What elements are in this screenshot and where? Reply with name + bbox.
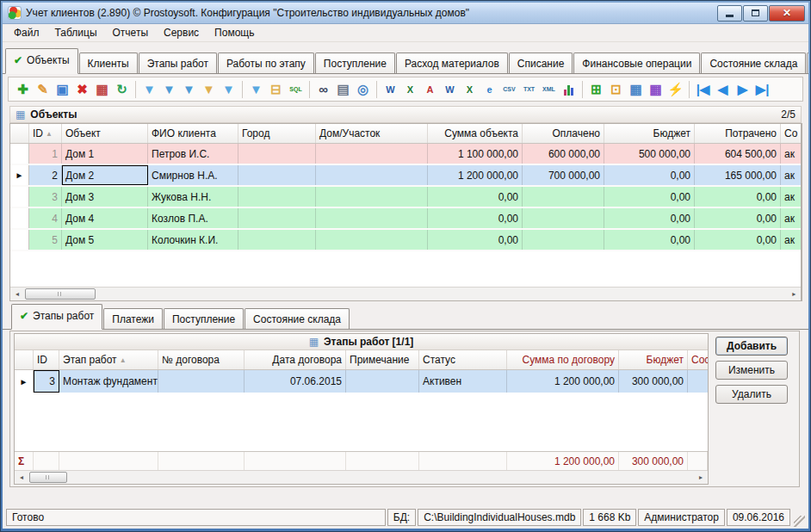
cell-city[interactable] — [238, 187, 316, 207]
row-selector[interactable] — [10, 230, 29, 250]
cell-note[interactable] — [346, 370, 419, 393]
tab-clients[interactable]: Клиенты — [79, 53, 138, 73]
cell-paid[interactable] — [523, 208, 604, 228]
subtab-warehouse-state[interactable]: Состояние склада — [245, 308, 350, 329]
export-pdf-icon[interactable]: A — [420, 80, 440, 99]
cell-amount[interactable]: 0,00 — [428, 187, 523, 207]
menu-reports[interactable]: Отчеты — [105, 25, 156, 40]
cell-city[interactable] — [238, 144, 316, 164]
cell-spent[interactable]: 0,00 — [695, 187, 781, 207]
scroll-left-icon[interactable]: ◂ — [10, 288, 24, 300]
cell-plot[interactable] — [316, 144, 428, 164]
copy-record-icon[interactable]: ▣ — [53, 80, 72, 99]
edit-button[interactable]: Изменить — [715, 361, 788, 380]
cell-object[interactable]: Дом 5 — [62, 230, 148, 250]
cell-state[interactable]: ак — [781, 230, 801, 250]
row-selector[interactable]: ► — [15, 370, 34, 393]
table-row[interactable]: 5 Дом 5 Колочкин К.И. 0,00 0,00 0,00 ак — [10, 230, 801, 251]
resize-grip[interactable] — [794, 516, 805, 527]
col-status[interactable]: Статус — [419, 350, 507, 369]
col-contract-amount[interactable]: Сумма по договору — [507, 350, 619, 369]
cell-object-focused[interactable]: Дом 2 — [62, 165, 148, 185]
tree-filter-icon[interactable]: ⊟ — [266, 80, 286, 99]
filter-view-icon[interactable]: ▼ — [246, 80, 266, 99]
scroll-left-icon[interactable]: ◂ — [15, 471, 28, 484]
cell-plot[interactable] — [316, 208, 428, 228]
print-icon[interactable]: ▤ — [333, 80, 353, 99]
cell-object[interactable]: Дом 3 — [62, 187, 148, 207]
cell-budget[interactable]: 0,00 — [604, 187, 695, 207]
cell-client[interactable]: Козлов П.А. — [148, 208, 238, 228]
subtab-payments[interactable]: Платежи — [103, 308, 163, 329]
cell-contract[interactable] — [158, 370, 245, 393]
cell-stage[interactable]: Монтаж фундамента — [59, 370, 158, 393]
cell-state[interactable]: ак — [781, 208, 801, 228]
col-budget[interactable]: Бюджет — [604, 124, 695, 143]
cell-id[interactable]: 3 — [29, 187, 62, 207]
cell-id[interactable]: 4 — [29, 208, 62, 228]
scroll-right-icon[interactable]: ▸ — [787, 288, 801, 300]
cell-city[interactable] — [238, 165, 316, 185]
tab-warehouse-state[interactable]: Состояние склада — [701, 53, 806, 73]
tab-material-usage[interactable]: Расход материалов — [396, 53, 508, 73]
col-contract-date[interactable]: Дата договора — [245, 350, 346, 369]
cell-amount[interactable]: 0,00 — [428, 208, 523, 228]
export-excel-icon[interactable]: X — [400, 80, 420, 99]
table-row[interactable]: 3 Дом 3 Жукова Н.Н. 0,00 0,00 0,00 ак — [10, 187, 801, 208]
actions-icon[interactable]: ⚡ — [666, 80, 685, 99]
cell-amount[interactable]: 1 100 000,00 — [428, 144, 523, 164]
row-selector[interactable] — [10, 144, 29, 164]
cell-paid[interactable] — [523, 230, 604, 250]
add-button[interactable]: Добавить — [715, 337, 788, 356]
cell-spent[interactable]: 0,00 — [695, 230, 781, 250]
cell-paid[interactable]: 700 000,00 — [523, 165, 604, 185]
open-in-excel-icon[interactable]: X — [460, 80, 480, 99]
export-xml-icon[interactable]: XML — [539, 80, 559, 99]
col-id[interactable]: ID — [34, 350, 59, 369]
close-button[interactable]: ✕ — [769, 5, 805, 22]
delete-record-icon[interactable]: ✖ — [72, 80, 92, 99]
filter-save-icon[interactable]: ▼ — [219, 80, 238, 99]
filter-load-icon[interactable]: ▼ — [199, 80, 219, 99]
cell-spent[interactable]: 165 000,00 — [695, 165, 781, 185]
cell-contract-date[interactable]: 07.06.2015 — [245, 370, 346, 393]
delete-from-table-icon[interactable]: ▦ — [92, 80, 112, 99]
cell-budget[interactable]: 0,00 — [604, 230, 695, 250]
tab-stage-works[interactable]: Работы по этапу — [218, 53, 314, 73]
filter-remove-icon[interactable]: ▼ — [159, 80, 179, 99]
filter-add-icon[interactable]: ▼ — [139, 80, 159, 99]
scroll-thumb[interactable] — [29, 472, 67, 483]
cell-spent[interactable]: 604 500,00 — [695, 144, 781, 164]
minimize-button[interactable] — [717, 5, 742, 22]
nav-last-icon[interactable]: ▶| — [752, 80, 772, 99]
tab-work-stages[interactable]: Этапы работ — [139, 53, 217, 73]
scroll-thumb[interactable] — [25, 288, 96, 300]
table-row[interactable]: 1 Дом 1 Петров И.С. 1 100 000,00 600 000… — [10, 144, 801, 165]
cell-amount[interactable]: 0,00 — [428, 230, 523, 250]
tab-financial-ops[interactable]: Финансовые операции — [573, 53, 700, 73]
export-csv-icon[interactable]: CSV — [499, 80, 519, 99]
nav-prev-icon[interactable]: ◀ — [713, 80, 733, 99]
cell-status[interactable]: Активен — [419, 370, 507, 393]
cell-plot[interactable] — [316, 187, 428, 207]
tab-employees[interactable]: Сотрудники — [807, 53, 808, 73]
subtab-receipts[interactable]: Поступление — [164, 308, 244, 329]
sql-filter-icon[interactable]: SQL — [286, 80, 306, 99]
col-spent[interactable]: Потрачено — [695, 124, 781, 143]
col-paid[interactable]: Оплачено — [523, 124, 604, 143]
cell-state[interactable]: ак — [781, 165, 801, 185]
cell-plot[interactable] — [316, 230, 428, 250]
cell-city[interactable] — [238, 208, 316, 228]
table-row-selected[interactable]: ► 2 Дом 2 Смирнов Н.А. 1 200 000,00 700 … — [10, 165, 801, 187]
stages-row-selected[interactable]: ► 3 Монтаж фундамента 07.06.2015 Активен… — [15, 370, 708, 393]
edit-record-icon[interactable]: ✎ — [33, 80, 53, 99]
nav-next-icon[interactable]: ▶ — [733, 80, 752, 99]
cell-plot[interactable] — [316, 165, 428, 185]
col-stage[interactable]: Этап работ▲ — [59, 350, 158, 369]
cell-contract-amount[interactable]: 1 200 000,00 — [507, 370, 619, 393]
cell-client[interactable]: Колочкин К.И. — [148, 230, 238, 250]
tab-receipts[interactable]: Поступление — [315, 53, 395, 73]
col-city[interactable]: Город — [238, 124, 316, 143]
menu-tables[interactable]: Таблицы — [47, 25, 105, 40]
cell-budget[interactable]: 0,00 — [604, 208, 695, 228]
